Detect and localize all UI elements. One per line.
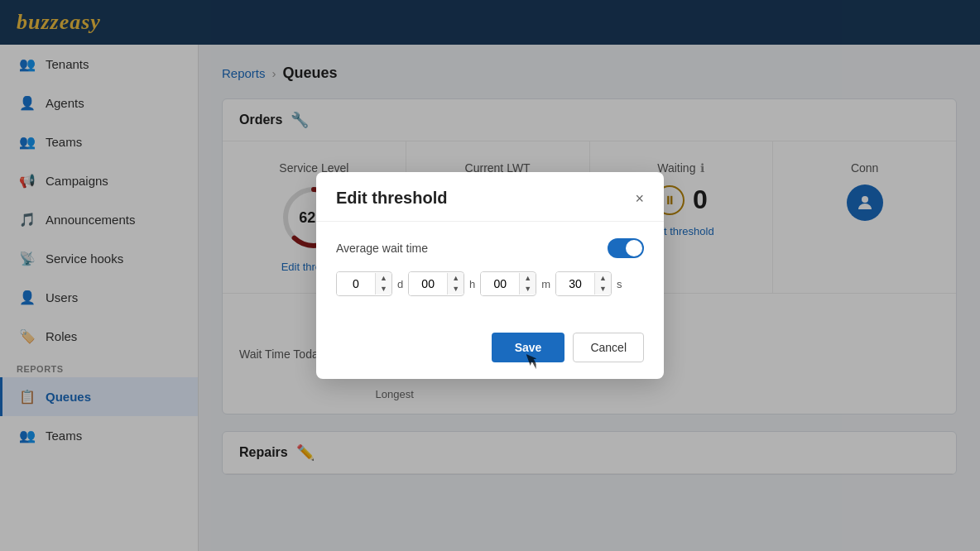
seconds-input-wrap: ▲ ▼ bbox=[555, 271, 612, 296]
days-down-button[interactable]: ▼ bbox=[376, 284, 392, 295]
modal-header: Edit threshold × bbox=[316, 172, 664, 222]
hours-unit: h bbox=[469, 278, 475, 290]
hours-down-button[interactable]: ▼ bbox=[448, 284, 464, 295]
seconds-down-button[interactable]: ▼ bbox=[595, 284, 611, 295]
seconds-input[interactable] bbox=[556, 272, 594, 295]
days-up-button[interactable]: ▲ bbox=[376, 273, 392, 284]
seconds-spinners: ▲ ▼ bbox=[594, 273, 611, 295]
minutes-down-button[interactable]: ▼ bbox=[520, 284, 536, 295]
save-button[interactable]: Save bbox=[492, 333, 565, 362]
modal-footer: Save Cancel bbox=[316, 333, 664, 379]
modal-close-button[interactable]: × bbox=[635, 191, 644, 206]
hours-input-wrap: ▲ ▼ bbox=[408, 271, 464, 296]
seconds-up-button[interactable]: ▲ bbox=[595, 273, 611, 284]
average-wait-time-toggle[interactable] bbox=[608, 238, 644, 258]
days-input[interactable] bbox=[337, 272, 375, 295]
minutes-input[interactable] bbox=[481, 272, 519, 295]
seconds-unit: s bbox=[617, 278, 622, 290]
modal-body: Average wait time ▲ ▼ d ▲ bbox=[316, 222, 664, 333]
days-spinners: ▲ ▼ bbox=[375, 273, 392, 295]
hours-up-button[interactable]: ▲ bbox=[448, 273, 464, 284]
minutes-up-button[interactable]: ▲ bbox=[520, 273, 536, 284]
edit-threshold-modal: Edit threshold × Average wait time ▲ ▼ d bbox=[316, 172, 664, 379]
days-unit: d bbox=[397, 278, 403, 290]
average-wait-time-label: Average wait time bbox=[336, 242, 428, 255]
modal-title: Edit threshold bbox=[336, 189, 447, 208]
minutes-spinners: ▲ ▼ bbox=[519, 273, 536, 295]
hours-spinners: ▲ ▼ bbox=[447, 273, 464, 295]
average-wait-time-row: Average wait time bbox=[336, 238, 644, 258]
hours-input[interactable] bbox=[409, 272, 447, 295]
minutes-unit: m bbox=[541, 278, 550, 290]
modal-overlay: Edit threshold × Average wait time ▲ ▼ d bbox=[0, 0, 980, 551]
days-input-wrap: ▲ ▼ bbox=[336, 271, 392, 296]
minutes-input-wrap: ▲ ▼ bbox=[480, 271, 536, 296]
cancel-button[interactable]: Cancel bbox=[573, 333, 644, 362]
time-inputs-row: ▲ ▼ d ▲ ▼ h ▲ bbox=[336, 271, 644, 296]
